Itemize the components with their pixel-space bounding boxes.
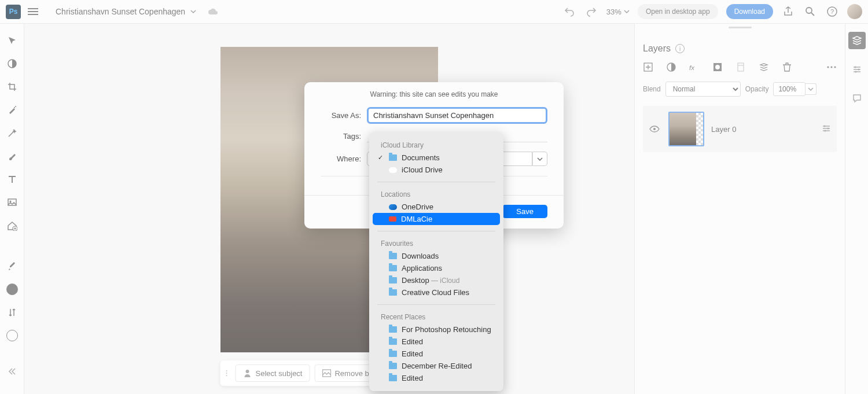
visibility-icon[interactable] (648, 126, 661, 132)
dd-header-recent: Recent Places (369, 311, 503, 323)
save-button[interactable]: Save (502, 205, 547, 218)
svg-point-27 (855, 71, 856, 73)
save-as-label: Save As: (321, 111, 361, 120)
comments-rail-icon[interactable] (848, 90, 866, 107)
folder-icon (389, 351, 397, 357)
disk-icon (389, 216, 396, 222)
brush-tool-icon[interactable] (6, 150, 19, 163)
doc-title-text: Christianshavn Sunset Copenhagen (56, 7, 185, 16)
circle-half-icon[interactable] (6, 57, 19, 70)
svg-point-19 (830, 66, 832, 68)
opacity-chevron-icon[interactable] (806, 83, 816, 95)
group-icon[interactable] (759, 62, 769, 72)
dd-item-onedrive[interactable]: OneDrive (373, 201, 500, 213)
adjustment-icon[interactable] (666, 62, 676, 72)
where-dropdown: iCloud Library ✓Documents iCloud Drive L… (369, 132, 503, 391)
layer-name: Layer 0 (711, 125, 815, 134)
blend-label: Blend (643, 85, 661, 93)
cloud-icon (207, 8, 219, 16)
svg-point-23 (827, 128, 829, 130)
dd-item-icloud-drive[interactable]: iCloud Drive (373, 164, 500, 176)
svg-point-5 (15, 106, 16, 107)
dd-item-dmlacie[interactable]: DMLaCie (373, 213, 500, 225)
add-home-icon[interactable] (6, 219, 19, 232)
where-label: Where: (321, 154, 361, 163)
layer-settings-icon[interactable] (822, 124, 832, 134)
info-icon[interactable]: i (675, 44, 685, 53)
svg-rect-17 (738, 63, 744, 71)
crop-tool-icon[interactable] (6, 80, 19, 93)
dd-item-edited-1[interactable]: Edited (373, 336, 500, 348)
dd-item-downloads[interactable]: Downloads (373, 250, 500, 262)
quick-select-icon[interactable] (6, 127, 19, 139)
redo-button[interactable] (584, 5, 598, 19)
share-icon[interactable] (781, 5, 795, 19)
layer-thumbnail (668, 112, 704, 146)
more-icon[interactable] (826, 62, 837, 72)
dd-item-ccfiles[interactable]: Creative Cloud Files (373, 286, 500, 299)
dd-item-documents[interactable]: ✓Documents (373, 152, 500, 164)
background-color[interactable] (6, 329, 19, 342)
dd-item-for-ps[interactable]: For Photoshop Retouching (373, 323, 500, 336)
healing-brush-icon[interactable] (6, 104, 19, 116)
folder-icon (389, 326, 397, 333)
layer-row[interactable]: Layer 0 (643, 106, 837, 152)
move-tool-icon[interactable] (6, 34, 19, 47)
ps-logo: Ps (6, 5, 21, 19)
right-rail (845, 24, 868, 394)
collapse-toolbar-icon[interactable] (6, 365, 19, 378)
clip-icon[interactable] (735, 62, 746, 72)
open-desktop-button[interactable]: Open in desktop app (638, 4, 718, 19)
blend-select[interactable]: Normal (665, 82, 741, 97)
search-icon[interactable] (803, 5, 817, 19)
foreground-color[interactable] (6, 283, 19, 296)
where-chevron-icon[interactable] (532, 152, 547, 166)
panel-handle-icon[interactable] (729, 27, 752, 28)
mask-icon[interactable] (712, 62, 723, 72)
onedrive-icon (389, 204, 397, 210)
place-image-icon[interactable] (6, 196, 19, 209)
dd-item-edited-2[interactable]: Edited (373, 348, 500, 360)
type-tool-icon[interactable] (6, 173, 19, 186)
folder-icon (389, 289, 397, 296)
dd-item-edited-3[interactable]: Edited (373, 372, 500, 384)
download-button[interactable]: Download (726, 4, 773, 19)
properties-rail-icon[interactable] (848, 61, 866, 78)
dd-item-applications[interactable]: Applications (373, 262, 500, 274)
avatar[interactable] (847, 4, 862, 19)
drag-handle-icon[interactable] (226, 365, 229, 381)
dd-header-favourites: Favourites (369, 237, 503, 250)
dd-item-desktop[interactable]: Desktop — iCloud (373, 274, 500, 286)
cloud-icon (389, 167, 397, 173)
swap-colors-icon[interactable] (6, 306, 19, 319)
zoom-level[interactable]: 33% (606, 8, 630, 16)
folder-icon (389, 265, 397, 271)
fx-icon[interactable]: fx (689, 62, 700, 72)
save-as-input[interactable] (367, 107, 547, 124)
opacity-input[interactable] (773, 82, 806, 96)
svg-point-16 (715, 65, 720, 69)
help-icon[interactable]: ? (825, 5, 839, 19)
person-icon (243, 369, 252, 378)
hamburger-menu[interactable] (28, 8, 38, 15)
svg-point-22 (824, 126, 826, 127)
topbar-right: 33% Open in desktop app Download ? (562, 4, 862, 19)
folder-icon (389, 277, 397, 283)
add-layer-icon[interactable] (643, 62, 653, 72)
svg-text:fx: fx (689, 64, 695, 71)
folder-icon (389, 253, 397, 259)
layers-rail-icon[interactable] (848, 32, 866, 49)
dd-item-dec-re[interactable]: December Re-Edited (373, 360, 500, 372)
chevron-down-icon (190, 8, 197, 15)
dialog-warning: Warning: this site can see edits you mak… (304, 82, 564, 104)
folder-icon (389, 338, 397, 345)
folder-icon (389, 154, 397, 161)
eyedropper-icon[interactable] (6, 260, 19, 273)
layers-title: Layers (643, 43, 671, 54)
delete-icon[interactable] (782, 62, 792, 72)
document-title[interactable]: Christianshavn Sunset Copenhagen (56, 7, 219, 16)
undo-button[interactable] (562, 5, 576, 19)
svg-point-21 (653, 128, 656, 130)
select-subject-button[interactable]: Select subject (236, 364, 310, 382)
svg-point-0 (806, 8, 812, 13)
